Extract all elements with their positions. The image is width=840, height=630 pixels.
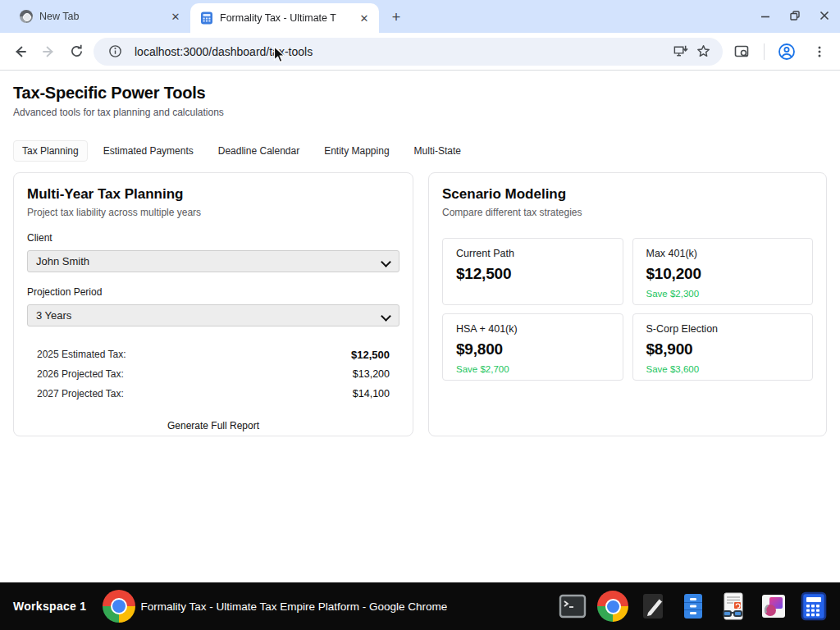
bookmark-star-icon[interactable] [692,40,714,63]
scenario-label: S-Corp Election [646,323,800,335]
file-manager-icon[interactable] [677,590,710,623]
scenario-savings: Save $2,300 [646,289,800,299]
row-value: $12,500 [351,349,390,361]
projection-results: 2025 Estimated Tax: $12,500 2026 Project… [27,345,399,404]
restore-icon[interactable] [788,8,802,23]
terminal-icon[interactable] [556,590,589,623]
tab-title: New Tab [39,11,169,22]
tab-deadline-calendar[interactable]: Deadline Calendar [209,140,308,162]
client-label: Client [27,232,399,244]
taskbar-window-entry[interactable]: Formality Tax - Ultimate Tax Empire Plat… [103,590,556,623]
close-icon[interactable] [817,8,832,23]
card-title: Scenario Modeling [442,186,813,203]
tool-tabs: Tax Planning Estimated Payments Deadline… [13,140,827,162]
document-viewer-icon[interactable] [717,590,750,623]
table-row: 2025 Estimated Tax: $12,500 [37,345,390,364]
calculator-favicon [200,11,213,25]
toolbar-right [728,38,833,66]
row-label: 2026 Projected Tax: [37,368,124,380]
card-subtitle: Project tax liability across multiple ye… [27,207,399,218]
chrome-icon [103,590,135,623]
reload-icon[interactable] [62,38,90,66]
kebab-menu-icon[interactable] [806,38,833,66]
scenario-max-401k[interactable]: Max 401(k) $10,200 Save $2,300 [632,238,814,305]
row-value: $14,100 [353,388,390,399]
browser-tab-strip: New Tab ✕ Formality Tax - Ultimate T ✕ + [0,0,840,33]
scenario-label: HSA + 401(k) [456,323,609,335]
projection-period-label: Projection Period [27,286,399,298]
taskbar-window-title: Formality Tax - Ultimate Tax Empire Plat… [140,600,447,613]
table-row: 2027 Projected Tax: $14,100 [37,384,390,404]
scenario-amount: $8,900 [646,340,800,358]
scenario-amount: $12,500 [456,265,609,283]
new-tab-button[interactable]: + [386,7,407,28]
tab-multi-state[interactable]: Multi-State [405,140,470,162]
row-value: $13,200 [353,368,390,380]
scenario-savings: Save $3,600 [646,364,800,374]
info-icon[interactable] [103,40,126,63]
card-subtitle: Compare different tax strategies [442,207,813,218]
card-title: Multi-Year Tax Planning [27,186,399,203]
page-subtitle: Advanced tools for tax planning and calc… [13,107,827,118]
scenario-amount: $9,800 [456,340,609,358]
generate-full-report-button[interactable]: Generate Full Report [167,420,259,431]
calculator-icon[interactable] [797,590,830,623]
scenario-current-path[interactable]: Current Path $12,500 [442,238,623,305]
tab-close-icon[interactable]: ✕ [358,11,371,25]
tab-title: Formality Tax - Ultimate T [220,12,358,24]
image-viewer-icon[interactable] [757,590,790,623]
page-title: Tax-Specific Power Tools [13,84,827,103]
scenario-label: Current Path [456,248,609,259]
back-icon[interactable] [7,38,34,66]
scenario-modeling-card: Scenario Modeling Compare different tax … [428,172,827,436]
chevron-down-icon [382,258,390,266]
chevron-down-icon [382,312,390,320]
tab-entity-mapping[interactable]: Entity Mapping [315,140,398,162]
scenario-amount: $10,200 [646,265,800,283]
tab-estimated-payments[interactable]: Estimated Payments [94,140,203,162]
taskbar-tray [556,590,830,623]
tab-close-icon[interactable]: ✕ [169,10,182,23]
tab-tax-planning[interactable]: Tax Planning [13,140,88,162]
browser-toolbar: localhost:3000/dashboard/tax-tools [0,33,840,71]
url-bar[interactable]: localhost:3000/dashboard/tax-tools [94,38,723,66]
taskbar: Workspace 1 Formality Tax - Ultimate Tax… [0,582,840,630]
scenario-savings: Save $2,700 [456,364,609,374]
minimize-icon[interactable] [758,8,773,23]
install-icon[interactable] [669,40,692,63]
url-text[interactable]: localhost:3000/dashboard/tax-tools [135,45,669,58]
window-controls [758,8,832,23]
scenario-hsa-401k[interactable]: HSA + 401(k) $9,800 Save $2,700 [442,313,623,381]
row-label: 2027 Projected Tax: [37,388,124,399]
forward-icon[interactable] [34,38,62,66]
chrome-icon[interactable] [596,590,629,623]
projection-period-select[interactable]: 3 Years [27,304,399,326]
workspace-label[interactable]: Workspace 1 [13,600,86,613]
scenario-grid: Current Path $12,500 Max 401(k) $10,200 … [442,238,813,381]
profile-avatar-icon[interactable] [773,38,801,66]
toolbar-divider [764,43,765,60]
scenario-scorp-election[interactable]: S-Corp Election $8,900 Save $3,600 [632,313,814,381]
scenario-label: Max 401(k) [646,248,800,259]
multi-year-planning-card: Multi-Year Tax Planning Project tax liab… [13,172,413,436]
text-editor-icon[interactable] [637,590,669,623]
browser-tab-newtab[interactable]: New Tab ✕ [10,2,190,30]
side-panel-search-icon[interactable] [728,38,756,66]
row-label: 2025 Estimated Tax: [37,349,126,360]
table-row: 2026 Projected Tax: $13,200 [37,364,390,384]
client-select-value: John Smith [36,255,382,267]
screen: New Tab ✕ Formality Tax - Ultimate T ✕ + [0,0,840,630]
chromium-gray-icon [20,10,33,23]
browser-tab-formality-tax[interactable]: Formality Tax - Ultimate T ✕ [190,3,379,33]
page-content: Tax-Specific Power Tools Advanced tools … [0,71,840,582]
client-select[interactable]: John Smith [27,250,399,272]
projection-period-value: 3 Years [36,309,382,322]
